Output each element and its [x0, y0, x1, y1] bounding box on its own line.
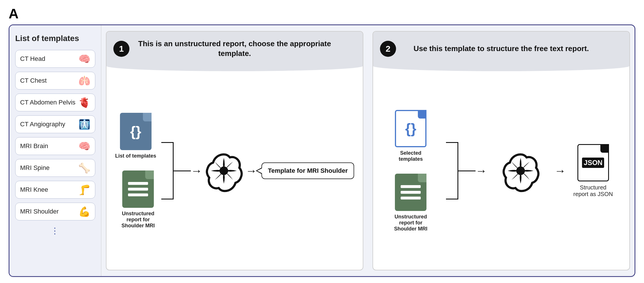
- panel-2-flow: {} Selected templates: [379, 75, 624, 261]
- mri-knee-label: MRI Knee: [20, 186, 48, 193]
- json-badge-text: JSON: [582, 158, 604, 168]
- line-2: [128, 188, 148, 191]
- openai-logo-2: [499, 149, 542, 192]
- panel2-line-1: [401, 185, 421, 188]
- panel2-report-doc-item: Unstructured report for Shoulder MRI: [388, 174, 434, 232]
- panel-1-body: {} List of templates: [106, 66, 363, 270]
- sidebar-title: List of templates: [15, 34, 95, 43]
- json-doc-icon: JSON: [577, 144, 609, 181]
- mri-brain-icon: 🧠: [78, 140, 90, 152]
- p2-arrow-to-output-icon: →: [554, 164, 566, 177]
- ct-abdomen-label: CT Abdomen Pelvis: [20, 99, 75, 106]
- ct-angiography-label: CT Angiography: [20, 121, 65, 128]
- vertical-lines: [161, 142, 173, 199]
- panel-1-right: → Template for MRI Shoulder: [245, 162, 354, 179]
- panel-2-connectors: →: [446, 142, 487, 199]
- ct-abdomen-icon: 🫀: [78, 97, 90, 108]
- ct-angiography-icon: 🩻: [78, 119, 90, 130]
- p2-vertical-lines: [446, 142, 457, 199]
- selected-template-doc-icon: {}: [395, 110, 426, 147]
- sidebar-item-ct-head[interactable]: CT Head 🧠: [15, 50, 95, 68]
- curly-braces-icon: {}: [130, 123, 141, 140]
- p2-hline-to-center: [458, 170, 476, 171]
- openai-logo-1: [202, 149, 245, 192]
- panel-2-header: 2 Use this template to structure the fre…: [373, 32, 629, 66]
- mri-brain-label: MRI Brain: [20, 142, 48, 150]
- panel2-report-doc-label: Unstructured report for Shoulder MRI: [388, 214, 434, 232]
- sidebar-item-ct-abdomen[interactable]: CT Abdomen Pelvis 🫀: [15, 94, 95, 111]
- ct-chest-icon: 🫁: [78, 75, 90, 86]
- template-doc-icon: {}: [120, 113, 152, 150]
- line-3: [128, 193, 148, 196]
- panel-1-header: 1 This is an unstructured report, choose…: [106, 32, 363, 66]
- selected-curly-icon: {}: [405, 120, 416, 137]
- sidebar: List of templates CT Head 🧠 CT Chest 🫁 C…: [9, 25, 101, 276]
- p2-top-hline: [446, 142, 457, 143]
- json-output-item: JSON Structured report as JSON: [572, 144, 615, 197]
- panel-2-body: {} Selected templates: [373, 66, 629, 270]
- selected-template-label: Selected templates: [388, 150, 434, 162]
- panel2-line-2: [401, 191, 421, 194]
- template-doc-item: {} List of templates: [115, 113, 156, 159]
- panel2-lines-icon: [401, 185, 421, 199]
- page-label: A: [0, 0, 644, 24]
- sidebar-item-mri-spine[interactable]: MRI Spine 🦴: [15, 159, 95, 177]
- p2-bottom-hline: [446, 199, 457, 199]
- mri-knee-icon: 🦵: [78, 184, 90, 195]
- sidebar-item-mri-brain[interactable]: MRI Brain 🧠: [15, 137, 95, 155]
- ct-head-icon: 🧠: [78, 53, 90, 65]
- report-doc-label: Unstructured report for Shoulder MRI: [115, 211, 161, 229]
- selected-template-doc-item: {} Selected templates: [388, 110, 434, 162]
- panel-2: 2 Use this template to structure the fre…: [373, 31, 630, 270]
- panel-1-flow: {} List of templates: [112, 75, 357, 261]
- panel-1-connectors: →: [161, 142, 202, 199]
- arrow-to-callout-icon: →: [245, 164, 257, 177]
- sidebar-item-ct-chest[interactable]: CT Chest 🫁: [15, 72, 95, 90]
- outer-container: List of templates CT Head 🧠 CT Chest 🫁 C…: [9, 24, 635, 277]
- output-label: Structured report as JSON: [572, 184, 615, 197]
- ct-chest-label: CT Chest: [20, 77, 47, 84]
- p2-arrow-right-icon: →: [476, 165, 487, 177]
- panel-2-center: [499, 149, 542, 192]
- hline-to-center: [174, 170, 191, 171]
- template-doc-label: List of templates: [115, 153, 156, 159]
- sidebar-item-mri-knee[interactable]: MRI Knee 🦵: [15, 181, 95, 199]
- mri-shoulder-icon: 💪: [78, 206, 90, 217]
- bottom-hline: [161, 199, 173, 199]
- more-items-indicator: ⋮: [15, 226, 95, 236]
- panel2-line-3: [401, 197, 421, 199]
- panel2-report-doc-icon: [395, 174, 426, 211]
- panel-1-header-text: This is an unstructured report, choose t…: [106, 39, 363, 59]
- mri-spine-label: MRI Spine: [20, 164, 50, 172]
- mri-spine-icon: 🦴: [78, 162, 90, 174]
- report-doc-item: Unstructured report for Shoulder MRI: [115, 170, 161, 229]
- ct-head-label: CT Head: [20, 55, 45, 63]
- panel-1-center: [202, 149, 245, 192]
- lines-icon: [128, 182, 148, 196]
- sidebar-item-mri-shoulder[interactable]: MRI Shoulder 💪: [15, 203, 95, 220]
- report-doc-icon: [122, 170, 154, 208]
- panel-2-left-docs: {} Selected templates: [388, 110, 434, 232]
- mri-shoulder-label: MRI Shoulder: [20, 208, 59, 215]
- main-content: 1 This is an unstructured report, choose…: [101, 25, 635, 276]
- sidebar-item-ct-angiography[interactable]: CT Angiography 🩻: [15, 115, 95, 133]
- panel-2-header-text: Use this template to structure the free …: [391, 44, 612, 54]
- line-1: [128, 182, 148, 185]
- panel-1: 1 This is an unstructured report, choose…: [106, 31, 363, 270]
- panel-1-left-docs: {} List of templates: [115, 113, 161, 229]
- callout-box: Template for MRI Shoulder: [261, 162, 354, 179]
- arrow-right-icon: →: [191, 165, 202, 177]
- panel-2-right: → JSON Structured report as JSON: [554, 144, 615, 197]
- top-hline: [161, 142, 173, 143]
